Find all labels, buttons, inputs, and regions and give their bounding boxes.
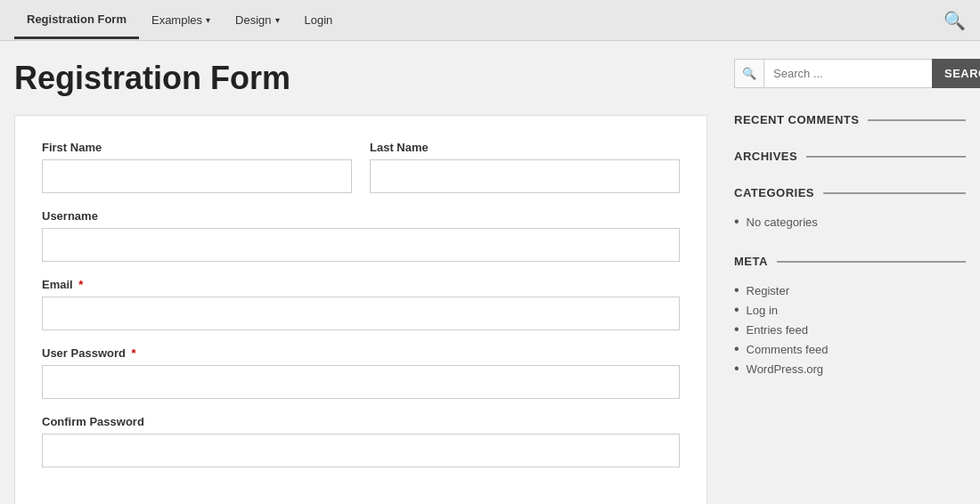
input-last_name[interactable] [370, 159, 680, 193]
form-group-user_password: User Password * [42, 346, 680, 399]
label-username: Username [42, 209, 680, 223]
input-first_name[interactable] [42, 159, 352, 193]
nav-items: Registration FormExamples▾Design▾Login [14, 2, 943, 39]
sidebar-sections: RECENT COMMENTSARCHIVESCATEGORIESNo cate… [734, 113, 966, 378]
search-box: 🔍 SEARCH [734, 59, 966, 88]
sidebar-section-title-recent_comments: RECENT COMMENTS [734, 113, 966, 126]
form-row-user_password: User Password * [42, 346, 680, 399]
sidebar-link[interactable]: Register [747, 284, 789, 297]
input-username[interactable] [42, 228, 680, 262]
main-layout: Registration Form First NameLast NameUse… [0, 41, 980, 504]
search-input-icon: 🔍 [734, 59, 764, 88]
search-icon[interactable]: 🔍 [943, 10, 966, 31]
required-marker: * [128, 346, 136, 360]
registration-form-card: First NameLast NameUsernameEmail *User P… [14, 115, 707, 504]
required-marker: * [76, 278, 84, 291]
chevron-down-icon: ▾ [206, 15, 210, 25]
form-row-email: Email * [42, 278, 680, 330]
sidebar-list-categories: No categories [734, 212, 966, 232]
input-email[interactable] [42, 297, 680, 330]
chevron-down-icon: ▾ [275, 15, 280, 25]
search-input[interactable] [764, 59, 932, 88]
sidebar-link[interactable]: Entries feed [747, 323, 808, 337]
sidebar-link[interactable]: Comments feed [747, 343, 829, 356]
nav-item-design[interactable]: Design▾ [223, 3, 291, 37]
form-group-username: Username [42, 209, 680, 262]
sidebar-section-title-categories: CATEGORIES [734, 186, 966, 199]
top-navigation: Registration FormExamples▾Design▾Login 🔍 [0, 0, 980, 41]
form-group-first_name: First Name [42, 141, 352, 193]
form-group-email: Email * [42, 278, 680, 330]
sidebar: 🔍 SEARCH RECENT COMMENTSARCHIVESCATEGORI… [734, 59, 966, 504]
sidebar-link[interactable]: WordPress.org [747, 362, 823, 376]
label-first_name: First Name [42, 141, 352, 154]
list-item: Log in [734, 300, 966, 320]
list-item: WordPress.org [734, 359, 966, 378]
input-user_password[interactable] [42, 365, 680, 399]
label-confirm_password: Confirm Password [42, 415, 680, 428]
sidebar-link[interactable]: No categories [747, 215, 818, 229]
sidebar-section-categories: CATEGORIESNo categories [734, 186, 966, 232]
content-area: Registration Form First NameLast NameUse… [14, 59, 707, 504]
list-item: Register [734, 280, 966, 300]
label-last_name: Last Name [370, 141, 680, 154]
search-button[interactable]: SEARCH [932, 59, 980, 88]
input-confirm_password[interactable] [42, 434, 680, 467]
sidebar-section-title-meta: META [734, 255, 966, 268]
list-item: Comments feed [734, 339, 966, 359]
label-email: Email * [42, 278, 680, 291]
form-group-last_name: Last Name [370, 141, 680, 193]
nav-item-login[interactable]: Login [292, 3, 346, 37]
page-title: Registration Form [14, 59, 707, 97]
label-user_password: User Password * [42, 346, 680, 360]
sidebar-section-archives: ARCHIVES [734, 150, 966, 163]
sidebar-link[interactable]: Log in [747, 304, 778, 317]
list-item: Entries feed [734, 320, 966, 339]
sidebar-list-meta: RegisterLog inEntries feedComments feedW… [734, 280, 966, 378]
form-row-confirm_password: Confirm Password [42, 415, 680, 467]
sidebar-section-title-archives: ARCHIVES [734, 150, 966, 163]
nav-item-examples[interactable]: Examples▾ [139, 3, 223, 37]
form-row-name: First NameLast Name [42, 141, 680, 193]
form-row-username: Username [42, 209, 680, 262]
sidebar-section-recent_comments: RECENT COMMENTS [734, 113, 966, 126]
sidebar-section-meta: METARegisterLog inEntries feedComments f… [734, 255, 966, 378]
nav-item-registration-form[interactable]: Registration Form [14, 2, 139, 39]
form-group-confirm_password: Confirm Password [42, 415, 680, 467]
list-item: No categories [734, 212, 966, 232]
